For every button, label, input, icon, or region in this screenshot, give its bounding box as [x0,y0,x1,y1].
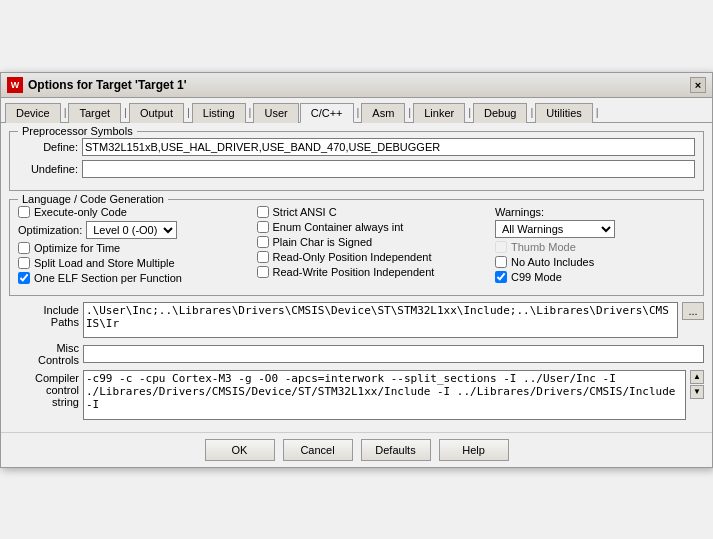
enum-container-checkbox[interactable] [257,221,269,233]
tab-device[interactable]: Device [5,103,61,123]
no-auto-includes-checkbox[interactable] [495,256,507,268]
readonly-pos-row: Read-Only Position Independent [257,251,488,263]
compiler-control-row: Compilercontrolstring -c99 -c -cpu Corte… [9,370,704,420]
thumb-mode-checkbox[interactable] [495,241,507,253]
defaults-button[interactable]: Defaults [361,439,431,461]
compiler-scroll-buttons: ▲ ▼ [690,370,704,399]
tab-target[interactable]: Target [68,103,121,123]
tab-bar: Device | Target | Output | Listing | Use… [1,98,712,123]
optimization-select[interactable]: Level 0 (-O0) Level 1 (-O1) Level 2 (-O2… [86,221,177,239]
define-input[interactable] [82,138,695,156]
window-title: Options for Target 'Target 1' [28,78,187,92]
thumb-mode-row: Thumb Mode [495,241,695,253]
readonly-pos-checkbox[interactable] [257,251,269,263]
main-window: W Options for Target 'Target 1' × Device… [0,72,713,468]
warnings-label: Warnings: [495,206,695,218]
help-button[interactable]: Help [439,439,509,461]
plain-char-row: Plain Char is Signed [257,236,488,248]
content-area: Preprocessor Symbols Define: Undefine: L… [1,123,712,432]
misc-controls-input[interactable] [83,345,704,363]
language-col-right: Warnings: All Warnings No Warnings Unspe… [495,206,695,287]
execute-only-checkbox[interactable] [18,206,30,218]
language-group: Language / Code Generation Execute-only … [9,199,704,296]
one-elf-label: One ELF Section per Function [34,272,182,284]
title-bar: W Options for Target 'Target 1' × [1,73,712,98]
one-elf-row: One ELF Section per Function [18,272,249,284]
readwrite-pos-checkbox[interactable] [257,266,269,278]
optimize-time-row: Optimize for Time [18,242,249,254]
misc-controls-label: MiscControls [9,342,79,366]
split-load-checkbox[interactable] [18,257,30,269]
preprocessor-group-title: Preprocessor Symbols [18,125,137,137]
ok-button[interactable]: OK [205,439,275,461]
cancel-button[interactable]: Cancel [283,439,353,461]
readwrite-pos-row: Read-Write Position Independent [257,266,488,278]
tab-cpp[interactable]: C/C++ [300,103,354,123]
thumb-mode-label: Thumb Mode [511,241,576,253]
one-elf-checkbox[interactable] [18,272,30,284]
warnings-row: Warnings: All Warnings No Warnings Unspe… [495,206,695,238]
compiler-control-label: Compilercontrolstring [9,370,79,408]
readonly-pos-label: Read-Only Position Independent [273,251,432,263]
optimization-row: Optimization: Level 0 (-O0) Level 1 (-O1… [18,221,249,239]
undefine-label: Undefine: [18,163,78,175]
plain-char-label: Plain Char is Signed [273,236,373,248]
warnings-select[interactable]: All Warnings No Warnings Unspecified [495,220,615,238]
split-load-label: Split Load and Store Multiple [34,257,175,269]
scroll-up-button[interactable]: ▲ [690,370,704,384]
strict-ansi-row: Strict ANSI C [257,206,488,218]
compiler-control-input[interactable]: -c99 -c -cpu Cortex-M3 -g -O0 -apcs=inte… [83,370,686,420]
include-paths-input[interactable]: .\User\Inc;..\Librares\Drivers\CMSIS\Dev… [83,302,678,338]
undefine-input[interactable] [82,160,695,178]
tab-user[interactable]: User [253,103,298,123]
tab-asm[interactable]: Asm [361,103,405,123]
tab-linker[interactable]: Linker [413,103,465,123]
button-bar: OK Cancel Defaults Help [1,432,712,467]
optimization-label: Optimization: [18,224,82,236]
language-col-middle: Strict ANSI C Enum Container always int … [257,206,488,287]
optimize-time-label: Optimize for Time [34,242,120,254]
enum-container-row: Enum Container always int [257,221,488,233]
scroll-down-button[interactable]: ▼ [690,385,704,399]
language-group-title: Language / Code Generation [18,193,168,205]
tab-listing[interactable]: Listing [192,103,246,123]
enum-container-label: Enum Container always int [273,221,404,233]
include-paths-label: IncludePaths [9,302,79,328]
define-row: Define: [18,138,695,156]
title-bar-left: W Options for Target 'Target 1' [7,77,187,93]
c99-mode-checkbox[interactable] [495,271,507,283]
c99-mode-row: C99 Mode [495,271,695,283]
preprocessor-group: Preprocessor Symbols Define: Undefine: [9,131,704,191]
strict-ansi-label: Strict ANSI C [273,206,337,218]
no-auto-includes-row: No Auto Includes [495,256,695,268]
app-icon: W [7,77,23,93]
misc-controls-row: MiscControls [9,342,704,366]
define-label: Define: [18,141,78,153]
include-paths-row: IncludePaths .\User\Inc;..\Librares\Driv… [9,302,704,338]
undefine-row: Undefine: [18,160,695,178]
language-columns: Execute-only Code Optimization: Level 0 … [18,206,695,287]
split-load-row: Split Load and Store Multiple [18,257,249,269]
close-button[interactable]: × [690,77,706,93]
language-col-left: Execute-only Code Optimization: Level 0 … [18,206,249,287]
strict-ansi-checkbox[interactable] [257,206,269,218]
no-auto-includes-label: No Auto Includes [511,256,594,268]
tab-utilities[interactable]: Utilities [535,103,592,123]
plain-char-checkbox[interactable] [257,236,269,248]
include-paths-browse-button[interactable]: ... [682,302,704,320]
tab-debug[interactable]: Debug [473,103,527,123]
optimize-time-checkbox[interactable] [18,242,30,254]
tab-output[interactable]: Output [129,103,184,123]
readwrite-pos-label: Read-Write Position Independent [273,266,435,278]
c99-mode-label: C99 Mode [511,271,562,283]
execute-only-label: Execute-only Code [34,206,127,218]
execute-only-row: Execute-only Code [18,206,249,218]
